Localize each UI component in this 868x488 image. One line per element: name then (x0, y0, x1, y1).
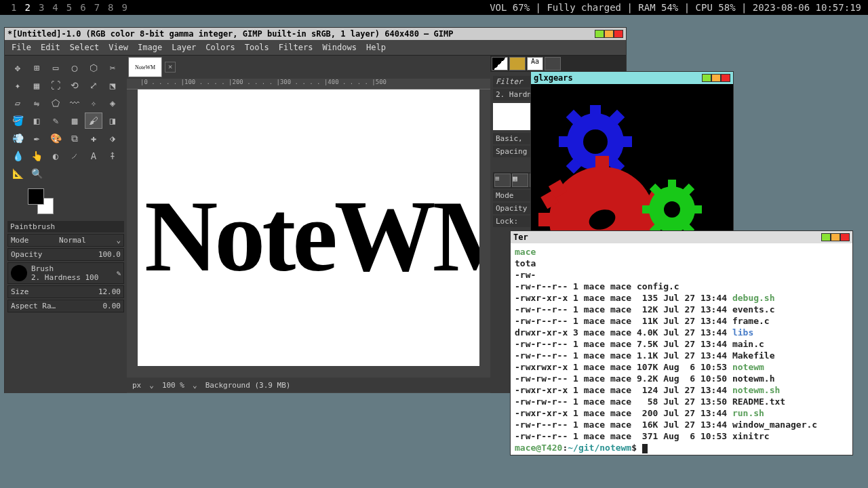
glxgears-titlebar[interactable]: glxgears (531, 72, 733, 84)
tool-pattern[interactable]: ▩ (66, 113, 83, 129)
status-unit[interactable]: px (132, 381, 141, 390)
tool-rect-select[interactable]: ▭ (47, 60, 64, 76)
minimize-button[interactable] (702, 74, 711, 82)
tool-eraser[interactable]: ◨ (104, 113, 121, 129)
tool-mypaint[interactable]: 🎨 (47, 130, 64, 146)
dock-tab-brushes[interactable] (492, 57, 508, 70)
tool-align[interactable]: ⊞ (28, 60, 45, 76)
fg-color-swatch[interactable] (28, 188, 44, 205)
tool-flip[interactable]: ⇋ (28, 95, 45, 111)
dock-tab-patterns[interactable] (509, 57, 526, 70)
maximize-button[interactable] (604, 30, 614, 38)
workspace-1[interactable]: 1 (7, 2, 20, 13)
status-layer: Background (3.9 MB) (205, 381, 291, 390)
document-tab[interactable]: NoteWM (128, 57, 162, 77)
tool-ink[interactable]: ✒ (28, 130, 45, 146)
menu-select[interactable]: Select (70, 43, 99, 52)
maximize-button[interactable] (831, 233, 840, 241)
tool-dodge[interactable]: ◐ (47, 148, 64, 164)
tool-scissors[interactable]: ✂ (104, 60, 121, 76)
workspace-5[interactable]: 5 (62, 2, 76, 13)
gimp-titlebar[interactable]: *[Untitled]-1.0 (RGB color 8-bit gamma i… (5, 28, 626, 40)
terminal-titlebar[interactable]: Ter (511, 231, 852, 243)
tool-free-select[interactable]: ⬡ (85, 60, 102, 76)
workspace-8[interactable]: 8 (104, 2, 117, 13)
menu-help[interactable]: Help (366, 43, 386, 52)
dock-tab-history[interactable] (545, 57, 561, 70)
tool-warp[interactable]: 〰 (66, 95, 83, 111)
dock-tab-channels[interactable]: ▦ (512, 174, 528, 187)
svg-rect-5 (621, 136, 632, 147)
tool-heal[interactable]: ✚ (85, 130, 102, 146)
brush-preview-icon[interactable] (11, 265, 27, 281)
workspace-4[interactable]: 4 (48, 2, 62, 13)
tool-by-color[interactable]: ▦ (28, 77, 45, 94)
gimp-canvas[interactable]: NoteWM (138, 89, 479, 366)
workspace-3[interactable]: 3 (35, 2, 48, 13)
aspect-input[interactable] (87, 302, 121, 310)
tool-clone[interactable]: ⧉ (66, 130, 83, 146)
status-right: VOL 67% | Fully charged | RAM 54% | CPU … (490, 2, 861, 13)
menu-edit[interactable]: Edit (41, 43, 60, 52)
tool-color-picker[interactable]: ⤉ (104, 148, 121, 164)
workspace-6[interactable]: 6 (76, 2, 90, 13)
tool-gradient[interactable]: ◧ (28, 113, 45, 129)
tool-paths[interactable]: ⟋ (66, 148, 83, 164)
dock-tab-fonts[interactable]: Aa (527, 57, 543, 70)
close-button[interactable] (721, 74, 730, 82)
minimize-button[interactable] (595, 30, 604, 38)
tool-fuzzy-select[interactable]: ✦ (9, 77, 26, 94)
tool-move[interactable]: ✥ (9, 60, 26, 76)
tool-ellipse-select[interactable]: ◯ (66, 60, 83, 76)
tool-perspective-clone[interactable]: ⬗ (104, 130, 121, 146)
tool-unified[interactable]: ◈ (104, 95, 121, 111)
menu-file[interactable]: File (12, 43, 31, 52)
tool-shear[interactable]: ⬔ (104, 77, 121, 94)
menu-tools[interactable]: Tools (245, 43, 269, 52)
svg-rect-4 (559, 136, 570, 147)
menu-view[interactable]: View (108, 43, 128, 52)
mode-value[interactable]: Normal (59, 236, 86, 245)
status-zoom[interactable]: 100 % (162, 381, 184, 390)
chevron-down-icon[interactable]: ⌄ (116, 236, 121, 245)
size-input[interactable] (87, 287, 121, 296)
color-swatches[interactable] (28, 188, 55, 216)
aspect-label: Aspect Ra… (11, 302, 56, 310)
svg-rect-24 (668, 180, 676, 189)
tool-perspective[interactable]: ▱ (9, 95, 26, 111)
svg-point-1 (583, 129, 608, 154)
menu-filters[interactable]: Filters (279, 43, 313, 52)
minimize-button[interactable] (821, 233, 831, 241)
workspace-9[interactable]: 9 (118, 2, 132, 13)
menu-windows[interactable]: Windows (322, 43, 357, 52)
menu-layer[interactable]: Layer (172, 43, 196, 52)
tool-bucket[interactable]: 🪣 (9, 113, 26, 129)
dock-tab-layers[interactable]: ≡ (494, 174, 511, 187)
tool-measure[interactable]: 📐 (9, 165, 26, 182)
tool-rotate[interactable]: ⟲ (66, 77, 83, 94)
terminal-body[interactable]: mace tota -rw- -rw-r--r-- 1 mace mace co… (511, 243, 852, 456)
close-button[interactable] (614, 30, 623, 38)
close-tab-icon[interactable]: × (165, 62, 176, 73)
chevron-down-icon[interactable]: ⌄ (193, 381, 197, 390)
tool-airbrush[interactable]: 💨 (9, 130, 26, 146)
brush-edit-icon[interactable]: ✎ (116, 269, 121, 278)
tool-scale[interactable]: ⤢ (85, 77, 102, 94)
maximize-button[interactable] (711, 74, 721, 82)
tool-zoom[interactable]: 🔍 (28, 165, 45, 182)
tool-paintbrush[interactable]: 🖌 (85, 113, 102, 129)
opacity-input[interactable] (87, 250, 121, 259)
tool-text[interactable]: A (85, 148, 102, 164)
tool-handle[interactable]: ✧ (85, 95, 102, 111)
close-button[interactable] (840, 233, 850, 241)
tool-blur[interactable]: 💧 (9, 148, 26, 164)
tool-pencil[interactable]: ✎ (47, 113, 64, 129)
tool-crop[interactable]: ⛶ (47, 77, 64, 94)
workspace-2[interactable]: 2 (20, 2, 34, 13)
menu-colors[interactable]: Colors (205, 43, 235, 52)
tool-smudge[interactable]: 👆 (28, 148, 45, 164)
tool-cage[interactable]: ⬠ (47, 95, 64, 111)
workspace-7[interactable]: 7 (90, 2, 104, 13)
chevron-down-icon[interactable]: ⌄ (149, 381, 154, 390)
menu-image[interactable]: Image (138, 43, 162, 52)
